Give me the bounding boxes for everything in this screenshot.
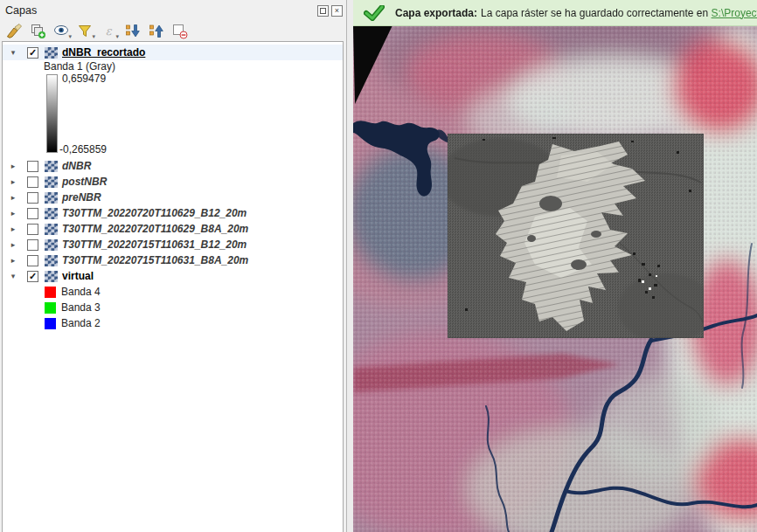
panel-title: Capas	[5, 4, 315, 17]
map-canvas[interactable]	[353, 25, 757, 532]
raster-layer-icon	[45, 239, 58, 251]
layers-toolbar: ▾ ▾ ε ▾	[0, 19, 346, 42]
raster-layer-icon	[45, 271, 58, 282]
layer-name[interactable]: T30TTM_20220720T110629_B8A_20m	[62, 223, 248, 235]
remove-layer-icon	[171, 23, 188, 39]
add-group-icon	[30, 23, 46, 39]
layer-item-t30ttm-0720-b12[interactable]: ▸ T30TTM_20220720T110629_B12_20m	[3, 205, 343, 221]
raster-layer-icon	[45, 255, 58, 266]
layer-checkbox[interactable]	[27, 176, 38, 188]
panel-divider[interactable]	[347, 0, 353, 532]
dropdown-icon: ▾	[68, 33, 72, 39]
qgis-window: Capas ×	[0, 0, 757, 532]
raster-layer-icon	[45, 208, 58, 219]
collapse-all-button[interactable]	[145, 21, 166, 40]
band-legend-item: Banda 3	[3, 300, 343, 315]
green-band-swatch	[45, 302, 56, 314]
layer-checkbox[interactable]	[27, 192, 38, 204]
layer-name[interactable]: T30TTM_20220715T110631_B12_20m	[62, 238, 247, 251]
raster-layer-icon	[45, 224, 58, 235]
filter-legend-button[interactable]: ▾	[74, 21, 95, 40]
layer-name[interactable]: dNBR_recortado	[62, 46, 145, 59]
red-band-swatch	[45, 287, 56, 298]
ramp-max-value: 0,659479	[62, 73, 106, 85]
expand-all-icon	[124, 23, 141, 39]
layer-item-prenbr[interactable]: ▸ preNBR	[3, 190, 343, 205]
collapse-arrow-icon[interactable]: ▾	[7, 48, 19, 57]
collapse-arrow-icon[interactable]: ▾	[7, 272, 19, 280]
band-label: Banda 4	[61, 286, 101, 298]
band-legend-item: Banda 2	[3, 315, 343, 331]
band-label: Banda 3	[61, 301, 101, 314]
layer-item-t30ttm-0715-b8a[interactable]: ▸ T30TTM_20220715T110631_B8A_20m	[3, 252, 343, 268]
layer-item-dnbr-recortado[interactable]: ▾ ✓ dNBR_recortado	[3, 45, 343, 60]
layer-tree: ▾ ✓ dNBR_recortado Banda 1 (Gray) 0,6594…	[2, 41, 344, 532]
layer-checkbox[interactable]: ✓	[27, 271, 38, 282]
dropdown-icon: ▾	[115, 33, 119, 39]
dropdown-icon: ▾	[92, 33, 95, 39]
expand-all-button[interactable]	[122, 21, 142, 40]
layer-name[interactable]: T30TTM_20220720T110629_B12_20m	[62, 207, 247, 219]
blue-band-swatch	[45, 318, 56, 329]
dnbr-raster-overlay	[448, 134, 704, 338]
layer-name[interactable]: dNBR	[62, 160, 91, 172]
float-icon	[320, 8, 326, 14]
close-icon: ×	[335, 6, 339, 15]
layer-name[interactable]: virtual	[62, 270, 94, 282]
expand-arrow-icon[interactable]: ▸	[7, 193, 19, 202]
raster-layer-icon	[45, 192, 58, 204]
layer-name[interactable]: postNBR	[62, 176, 107, 188]
gray-ramp-legend: 0,659479 -0,265859	[3, 73, 343, 155]
message-title: Capa exportada:	[395, 7, 477, 19]
raster-layer-icon	[45, 176, 58, 188]
layers-panel-header: Capas ×	[0, 0, 346, 19]
expand-arrow-icon[interactable]: ▸	[7, 256, 19, 265]
layer-checkbox[interactable]	[27, 239, 38, 251]
layer-item-postnbr[interactable]: ▸ postNBR	[3, 174, 343, 190]
expand-arrow-icon[interactable]: ▸	[7, 209, 19, 218]
exported-path-link[interactable]: S:\Proyectos\Desa	[712, 7, 757, 19]
success-check-icon	[364, 5, 385, 21]
eye-icon	[53, 23, 70, 39]
filter-expression-button[interactable]: ε ▾	[98, 21, 119, 40]
band-label: Banda 2	[61, 317, 101, 329]
band-legend-label: Banda 1 (Gray)	[3, 60, 343, 73]
expression-icon: ε	[106, 24, 112, 38]
layer-item-virtual[interactable]: ▾ ✓ virtual	[3, 268, 343, 284]
add-group-button[interactable]	[27, 21, 48, 40]
message-body: La capa ráster se ha guardado correctame…	[481, 7, 708, 19]
layer-checkbox[interactable]	[27, 224, 38, 235]
layer-item-t30ttm-0715-b12[interactable]: ▸ T30TTM_20220715T110631_B12_20m	[3, 237, 343, 252]
layer-checkbox[interactable]	[27, 208, 38, 219]
expand-arrow-icon[interactable]: ▸	[7, 225, 19, 233]
band-legend-item: Banda 4	[3, 284, 343, 300]
message-bar: Capa exportada:La capa ráster se ha guar…	[353, 0, 757, 26]
raster-layer-icon	[45, 161, 58, 172]
layer-styling-icon	[6, 23, 23, 39]
layer-item-t30ttm-0720-b8a[interactable]: ▸ T30TTM_20220720T110629_B8A_20m	[3, 221, 343, 237]
layer-name[interactable]: T30TTM_20220715T110631_B8A_20m	[62, 254, 248, 266]
layers-panel: Capas ×	[0, 0, 347, 532]
raster-layer-icon	[45, 47, 58, 59]
panel-float-button[interactable]	[317, 5, 329, 17]
expand-arrow-icon[interactable]: ▸	[7, 162, 19, 170]
message-text: Capa exportada:La capa ráster se ha guar…	[395, 7, 757, 19]
map-themes-button[interactable]: ▾	[51, 21, 72, 40]
layer-item-dnbr[interactable]: ▸ dNBR	[3, 158, 343, 174]
layer-styling-button[interactable]	[3, 21, 24, 40]
gray-ramp	[46, 74, 58, 153]
filter-icon	[77, 23, 94, 39]
map-area: Capa exportada:La capa ráster se ha guar…	[353, 0, 757, 532]
expand-arrow-icon[interactable]: ▸	[7, 240, 19, 249]
layer-checkbox[interactable]	[27, 161, 38, 172]
collapse-all-icon	[148, 23, 164, 39]
layer-checkbox[interactable]: ✓	[27, 47, 38, 59]
ramp-min-value: -0,265859	[59, 143, 107, 155]
layer-name[interactable]: preNBR	[62, 191, 101, 204]
panel-close-button[interactable]: ×	[331, 5, 343, 17]
expand-arrow-icon[interactable]: ▸	[7, 177, 19, 186]
remove-layer-button[interactable]	[169, 21, 190, 40]
layer-checkbox[interactable]	[27, 255, 38, 266]
